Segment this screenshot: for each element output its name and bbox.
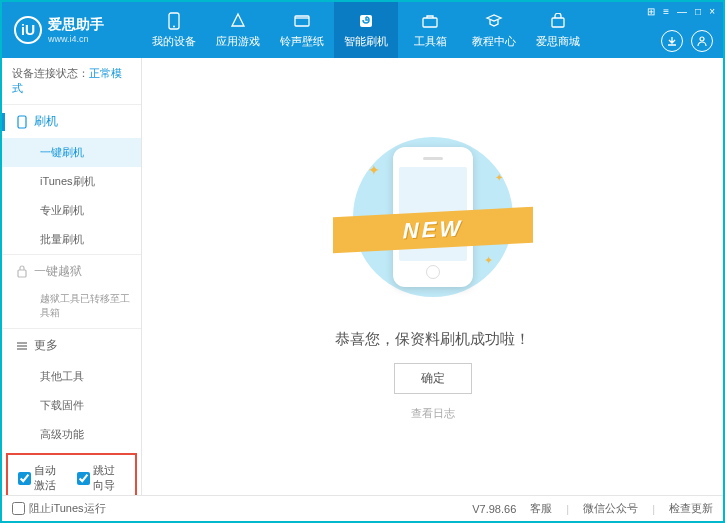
tab-apps-games[interactable]: 应用游戏 bbox=[206, 2, 270, 58]
flash-icon bbox=[356, 11, 376, 31]
svg-point-6 bbox=[700, 37, 704, 41]
version-label: V7.98.66 bbox=[472, 503, 516, 515]
menu-lines-icon bbox=[16, 340, 28, 352]
jailbreak-note: 越狱工具已转移至工具箱 bbox=[2, 288, 141, 328]
success-illustration: ✦ ✦ ✦ NEW bbox=[343, 132, 523, 312]
store-icon bbox=[548, 11, 568, 31]
grid-icon[interactable]: ⊞ bbox=[647, 6, 655, 17]
sidebar-item-onekey-flash[interactable]: 一键刷机 bbox=[2, 138, 141, 167]
svg-point-1 bbox=[173, 26, 175, 28]
section-more-header[interactable]: 更多 bbox=[2, 329, 141, 362]
sidebar-item-itunes-flash[interactable]: iTunes刷机 bbox=[2, 167, 141, 196]
window-controls: ⊞ ≡ — □ × bbox=[647, 6, 715, 17]
sidebar: 设备连接状态：正常模式 刷机 一键刷机 iTunes刷机 专业刷机 批量刷机 一… bbox=[2, 58, 142, 495]
section-jailbreak-header[interactable]: 一键越狱 bbox=[2, 255, 141, 288]
sidebar-item-batch-flash[interactable]: 批量刷机 bbox=[2, 225, 141, 254]
apps-icon bbox=[228, 11, 248, 31]
logo-area: iU 爱思助手 www.i4.cn bbox=[2, 16, 142, 44]
tab-tutorials[interactable]: 教程中心 bbox=[462, 2, 526, 58]
logo-icon: iU bbox=[14, 16, 42, 44]
lock-icon bbox=[16, 265, 28, 278]
svg-rect-5 bbox=[552, 18, 564, 27]
connection-status: 设备连接状态：正常模式 bbox=[2, 58, 141, 104]
menu-icon[interactable]: ≡ bbox=[663, 6, 669, 17]
footer: 阻止iTunes运行 V7.98.66 客服 | 微信公众号 | 检查更新 bbox=[2, 495, 723, 521]
tab-my-device[interactable]: 我的设备 bbox=[142, 2, 206, 58]
main-content: ✦ ✦ ✦ NEW 恭喜您，保资料刷机成功啦！ 确定 查看日志 bbox=[142, 58, 723, 495]
nav-tabs: 我的设备 应用游戏 铃声壁纸 智能刷机 工具箱 教程中心 爱思商城 bbox=[142, 2, 590, 58]
sidebar-item-other-tools[interactable]: 其他工具 bbox=[2, 362, 141, 391]
phone-small-icon bbox=[16, 115, 28, 129]
service-link[interactable]: 客服 bbox=[530, 501, 552, 516]
checkbox-skip-guide[interactable]: 跳过向导 bbox=[77, 463, 126, 493]
sidebar-item-download-firmware[interactable]: 下载固件 bbox=[2, 391, 141, 420]
checkbox-auto-activate[interactable]: 自动激活 bbox=[18, 463, 67, 493]
success-message: 恭喜您，保资料刷机成功啦！ bbox=[335, 330, 530, 349]
sidebar-item-pro-flash[interactable]: 专业刷机 bbox=[2, 196, 141, 225]
svg-rect-7 bbox=[18, 116, 26, 128]
app-url: www.i4.cn bbox=[48, 34, 104, 44]
sidebar-item-advanced[interactable]: 高级功能 bbox=[2, 420, 141, 449]
ringtone-icon bbox=[292, 11, 312, 31]
tab-store[interactable]: 爱思商城 bbox=[526, 2, 590, 58]
close-button[interactable]: × bbox=[709, 6, 715, 17]
options-checkboxes: 自动激活 跳过向导 bbox=[6, 453, 137, 495]
maximize-button[interactable]: □ bbox=[695, 6, 701, 17]
tutorial-icon bbox=[484, 11, 504, 31]
check-update-link[interactable]: 检查更新 bbox=[669, 501, 713, 516]
svg-rect-4 bbox=[423, 18, 437, 27]
view-log-link[interactable]: 查看日志 bbox=[411, 406, 455, 421]
user-button[interactable] bbox=[691, 30, 713, 52]
tab-toolbox[interactable]: 工具箱 bbox=[398, 2, 462, 58]
wechat-link[interactable]: 微信公众号 bbox=[583, 501, 638, 516]
svg-rect-8 bbox=[18, 270, 26, 277]
toolbox-icon bbox=[420, 11, 440, 31]
confirm-button[interactable]: 确定 bbox=[394, 363, 472, 394]
tab-smart-flash[interactable]: 智能刷机 bbox=[334, 2, 398, 58]
app-header: iU 爱思助手 www.i4.cn 我的设备 应用游戏 铃声壁纸 智能刷机 工具… bbox=[2, 2, 723, 58]
tab-ringtones[interactable]: 铃声壁纸 bbox=[270, 2, 334, 58]
phone-icon bbox=[164, 11, 184, 31]
download-button[interactable] bbox=[661, 30, 683, 52]
section-flash-header[interactable]: 刷机 bbox=[2, 105, 141, 138]
app-name: 爱思助手 bbox=[48, 16, 104, 34]
minimize-button[interactable]: — bbox=[677, 6, 687, 17]
checkbox-block-itunes[interactable]: 阻止iTunes运行 bbox=[12, 501, 106, 516]
